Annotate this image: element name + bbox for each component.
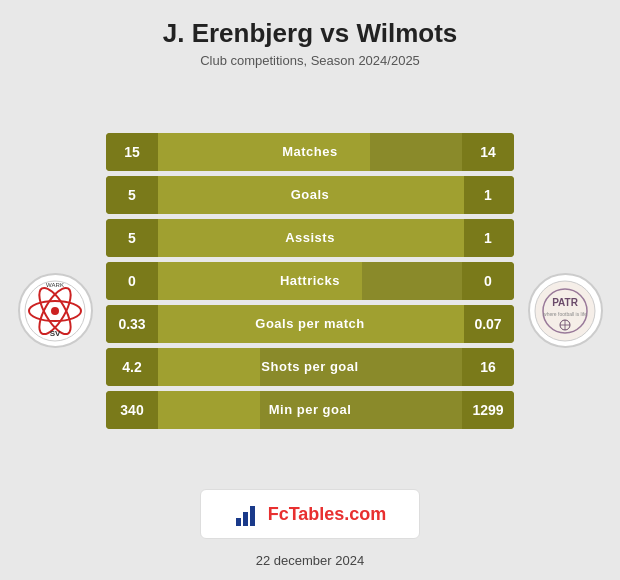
- svg-rect-16: [250, 506, 255, 526]
- stat-row-min-per-goal: 340 Min per goal 1299: [106, 391, 514, 429]
- left-logo-circle: SV WARK: [18, 273, 93, 348]
- stat-row-assists: 5 Assists 1: [106, 219, 514, 257]
- hattricks-label: Hattricks: [158, 273, 462, 288]
- svg-text:SV: SV: [50, 329, 61, 338]
- fctables-icon: [234, 500, 262, 528]
- header: J. Erenbjerg vs Wilmots Club competition…: [0, 0, 620, 74]
- footer-date: 22 december 2024: [256, 545, 364, 580]
- stat-row-hattricks: 0 Hattricks 0: [106, 262, 514, 300]
- svg-rect-14: [236, 518, 241, 526]
- mpg-left-value: 340: [106, 391, 158, 429]
- spg-label: Shots per goal: [158, 359, 462, 374]
- matches-right-value: 14: [462, 133, 514, 171]
- mpg-label: Min per goal: [158, 402, 462, 417]
- gpm-label: Goals per match: [158, 316, 462, 331]
- svg-text:PATR: PATR: [552, 297, 579, 308]
- stats-container: 15 Matches 14 5 Goals 1 5 Assists 1 0 Ha…: [100, 133, 520, 429]
- gpm-right-value: 0.07: [462, 305, 514, 343]
- brand-tables: Tables.com: [289, 504, 387, 524]
- assists-left-value: 5: [106, 219, 158, 257]
- right-team-emblem: PATR where football is life: [534, 280, 596, 342]
- stat-row-matches: 15 Matches 14: [106, 133, 514, 171]
- page-title: J. Erenbjerg vs Wilmots: [20, 18, 600, 49]
- goals-label: Goals: [158, 187, 462, 202]
- spg-right-value: 16: [462, 348, 514, 386]
- svg-text:where football is life: where football is life: [543, 311, 587, 317]
- stat-row-goals: 5 Goals 1: [106, 176, 514, 214]
- svg-rect-15: [243, 512, 248, 526]
- stat-row-shots-per-goal: 4.2 Shots per goal 16: [106, 348, 514, 386]
- left-team-logo: SV WARK: [10, 213, 100, 348]
- goals-left-value: 5: [106, 176, 158, 214]
- goals-right-value: 1: [462, 176, 514, 214]
- right-logo-circle: PATR where football is life: [528, 273, 603, 348]
- assists-right-value: 1: [462, 219, 514, 257]
- hattricks-right-value: 0: [462, 262, 514, 300]
- svg-text:WARK: WARK: [46, 282, 64, 288]
- fctables-banner: FcTables.com: [200, 489, 420, 539]
- right-team-logo: PATR where football is life: [520, 213, 610, 348]
- subtitle: Club competitions, Season 2024/2025: [20, 53, 600, 68]
- brand-fc: Fc: [268, 504, 289, 524]
- left-team-emblem: SV WARK: [24, 280, 86, 342]
- assists-label: Assists: [158, 230, 462, 245]
- main-content: SV WARK 15 Matches 14 5 Goals 1 5 Assist…: [0, 74, 620, 477]
- matches-label: Matches: [158, 144, 462, 159]
- spg-left-value: 4.2: [106, 348, 158, 386]
- gpm-left-value: 0.33: [106, 305, 158, 343]
- brand-text: FcTables.com: [268, 504, 387, 525]
- svg-point-4: [51, 307, 59, 315]
- hattricks-left-value: 0: [106, 262, 158, 300]
- stat-row-goals-per-match: 0.33 Goals per match 0.07: [106, 305, 514, 343]
- matches-left-value: 15: [106, 133, 158, 171]
- mpg-right-value: 1299: [462, 391, 514, 429]
